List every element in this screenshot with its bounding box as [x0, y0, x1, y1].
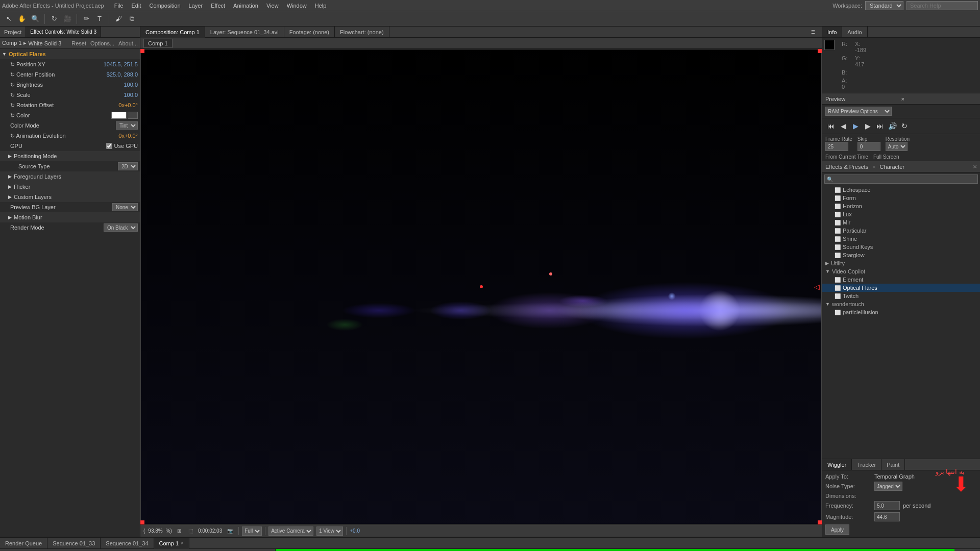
skip-input[interactable] — [857, 142, 880, 151]
brush-tool[interactable]: 🖌 — [113, 13, 124, 24]
motion-blur-group[interactable]: ▶ Motion Blur — [0, 212, 140, 222]
ep-item-particular[interactable]: ⬜ Particular — [822, 227, 980, 235]
bt-seq-34[interactable]: Sequence 01_34 — [101, 538, 154, 549]
bt-comp1[interactable]: Comp 1 × — [154, 538, 189, 549]
search-input[interactable] — [906, 1, 978, 10]
ep-item-form[interactable]: ⬜ Form — [822, 194, 980, 202]
menu-composition[interactable]: Composition — [145, 0, 184, 11]
comp-tab-footage[interactable]: Footage: (none) — [284, 27, 335, 38]
ep-item-soundkeys[interactable]: ⬜ Sound Keys — [822, 243, 980, 251]
color-dropper[interactable] — [128, 112, 138, 119]
color-mode-select[interactable]: Tint — [116, 121, 138, 130]
prev-loop[interactable]: ↻ — [899, 120, 910, 132]
ep-item-particleillusion[interactable]: ⬜ particleIllusion — [822, 308, 980, 316]
foreground-layers-group[interactable]: ▶ Foreground Layers — [0, 171, 140, 182]
prev-first-frame[interactable]: ⏮ — [825, 120, 837, 132]
ep-item-echospace[interactable]: ⬜ Echospace — [822, 186, 980, 194]
render-mode-select[interactable]: On Black — [104, 223, 138, 232]
preview-collapse[interactable]: × — [901, 96, 977, 102]
wiggler-tab[interactable]: Wiggler — [822, 459, 852, 470]
bt-seq-33[interactable]: Sequence 01_33 — [47, 538, 101, 549]
prop-value[interactable]: 0x+0.0° — [118, 102, 138, 108]
gpu-checkbox[interactable] — [106, 143, 112, 149]
custom-layers-group[interactable]: ▶ Custom Layers — [0, 192, 140, 202]
menu-view[interactable]: View — [262, 0, 283, 11]
project-tab[interactable]: Project — [0, 27, 26, 37]
hand-tool[interactable]: ✋ — [16, 13, 28, 24]
prev-audio[interactable]: 🔊 — [887, 120, 898, 132]
comp-tab-layer[interactable]: Layer: Sequence 01_34.avi — [205, 27, 284, 38]
prop-value[interactable]: 100.0 — [124, 92, 138, 98]
pen-tool[interactable]: ✏ — [81, 13, 92, 24]
prop-value[interactable]: $25.0, 288.0 — [107, 71, 138, 78]
view-select[interactable]: 1 View — [316, 527, 343, 536]
menu-edit[interactable]: Edit — [127, 0, 145, 11]
menu-layer[interactable]: Layer — [185, 0, 207, 11]
menu-file[interactable]: File — [110, 0, 128, 11]
full-screen-btn[interactable]: Full Screen — [873, 154, 899, 160]
snapshot-btn[interactable]: 📷 — [225, 528, 235, 534]
ep-cat-utility[interactable]: ▶ Utility — [822, 259, 980, 267]
positioning-mode-group[interactable]: ▶ Positioning Mode — [0, 151, 140, 161]
menu-help[interactable]: Help — [311, 0, 331, 11]
ep-cat-wondertouch[interactable]: ▼ wondertouch — [822, 300, 980, 308]
noise-type-select[interactable]: Jagged — [874, 482, 902, 491]
active-comp-label[interactable]: Comp 1 — [143, 39, 173, 48]
from-current-time-btn[interactable]: From Current Time — [825, 154, 868, 160]
magnitude-input[interactable] — [874, 512, 900, 521]
frame-rate-input[interactable] — [825, 142, 848, 151]
info-tab[interactable]: Info — [822, 27, 842, 37]
ep-item-shine[interactable]: ⬜ Shine — [822, 235, 980, 243]
ep-search-input[interactable] — [824, 174, 978, 184]
character-tab[interactable]: Character — [880, 164, 904, 170]
safe-zones-toggle[interactable]: ⬚ — [186, 528, 195, 534]
ep-item-optical-flares[interactable]: ⬜ Optical Flares — [822, 284, 980, 292]
camera-tool[interactable]: 🎥 — [62, 13, 73, 24]
color-swatch[interactable] — [111, 112, 127, 119]
ram-preview-select[interactable]: RAM Preview Options — [825, 107, 892, 116]
resolution-select[interactable]: Auto — [886, 142, 908, 151]
prev-last-frame[interactable]: ⏭ — [874, 120, 886, 132]
flicker-group[interactable]: ▶ Flicker — [0, 182, 140, 192]
panel-menu-btn[interactable]: ☰ — [807, 27, 819, 38]
ec-about[interactable]: About... — [118, 40, 138, 46]
prop-value[interactable]: 100.0 — [124, 82, 138, 88]
source-type-select[interactable]: 2D — [118, 162, 138, 170]
zoom-select[interactable]: Full — [242, 527, 262, 536]
comp-tab-comp1[interactable]: Composition: Comp 1 — [140, 27, 205, 38]
ep-item-lux[interactable]: ⬜ Lux — [822, 210, 980, 218]
bt-render-queue[interactable]: Render Queue — [0, 538, 47, 549]
workspace-select[interactable]: Standard — [865, 1, 903, 10]
effect-controls-tab[interactable]: Effect Controls: White Solid 3 — [26, 27, 101, 37]
clone-tool[interactable]: ⧉ — [126, 13, 137, 24]
ep-item-element[interactable]: ⬜ Element — [822, 276, 980, 284]
menu-animation[interactable]: Animation — [229, 0, 262, 11]
wiggler-apply-btn[interactable]: Apply — [825, 524, 849, 535]
zoom-tool[interactable]: 🔍 — [30, 13, 41, 24]
ep-close[interactable]: × — [973, 163, 977, 170]
grid-toggle[interactable]: ⊞ — [175, 528, 183, 534]
comp-tab-flowchart[interactable]: Flowchart: (none) — [335, 27, 389, 38]
tracker-tab[interactable]: Tracker — [852, 459, 881, 470]
preview-bg-select[interactable]: None — [112, 203, 138, 211]
ec-reset[interactable]: Reset — [71, 40, 86, 46]
audio-tab[interactable]: Audio — [842, 27, 867, 37]
rotate-tool[interactable]: ↻ — [48, 13, 60, 24]
ec-options[interactable]: Options... — [90, 40, 114, 46]
frequency-input[interactable] — [874, 501, 900, 510]
ep-item-starglow[interactable]: ⬜ Starglow — [822, 251, 980, 259]
timeline-right[interactable]: 0 05f 10f 15f 20f 01:00f 05f 10f 15f 20f… — [276, 549, 980, 551]
prop-value[interactable]: 0x+0.0° — [118, 133, 138, 139]
prev-next-frame[interactable]: ▶ — [862, 120, 873, 132]
optical-flares-group[interactable]: ▼ Optical Flares — [0, 49, 140, 59]
camera-select[interactable]: Active Camera — [268, 527, 313, 536]
prev-play[interactable]: ▶ — [850, 120, 861, 132]
ep-cat-video-copilot[interactable]: ▼ Video Copilot — [822, 267, 980, 276]
paint-tab[interactable]: Paint — [881, 459, 905, 470]
menu-effect[interactable]: Effect — [207, 0, 229, 11]
select-tool[interactable]: ↖ — [3, 13, 14, 24]
ep-item-horizon[interactable]: ⬜ Horizon — [822, 202, 980, 210]
prop-value[interactable]: 1045.5, 251.5 — [104, 61, 138, 67]
prev-prev-frame[interactable]: ◀ — [838, 120, 849, 132]
ep-item-twitch[interactable]: ⬜ Twitch — [822, 292, 980, 300]
